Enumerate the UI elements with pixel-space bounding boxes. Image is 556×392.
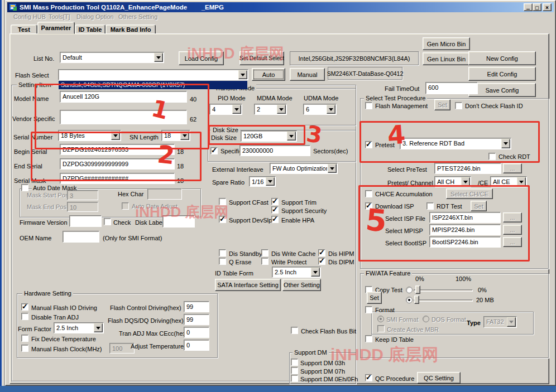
chevron-down-icon[interactable] <box>154 53 163 62</box>
copy-test-set-button[interactable]: Set <box>367 292 382 304</box>
chevron-down-icon[interactable] <box>232 105 241 114</box>
dis-hipm-checkbox[interactable] <box>318 249 325 257</box>
manual-button[interactable]: Manual <box>290 68 325 81</box>
mdma-mode-combobox[interactable]: 2 <box>254 104 287 115</box>
enable-hpa-checkbox[interactable] <box>271 216 279 223</box>
chevron-down-icon[interactable] <box>327 105 335 114</box>
chevron-down-icon[interactable] <box>266 177 275 186</box>
create-active-mbr-label: Create Active MBR <box>387 326 439 333</box>
fail-timeout-field[interactable]: 600 <box>425 82 478 94</box>
save-config-button[interactable]: Save Config <box>468 83 536 97</box>
support-trim-checkbox[interactable] <box>271 198 279 205</box>
support-dm-title: Support DM <box>293 349 329 356</box>
sata-interface-setting-button[interactable]: SATA Interface Setting <box>215 279 281 291</box>
menu-config-hub[interactable]: Config HUB <box>13 13 46 21</box>
flash-dqs-driving-field[interactable]: 99 <box>184 314 209 325</box>
edit-config-button[interactable]: Edit Config <box>468 67 536 81</box>
minimize-button[interactable]: _ <box>524 3 533 11</box>
menu-dialog-option[interactable]: Dialog Option <box>76 13 114 21</box>
adjust-temperature-field[interactable]: 0 <box>184 340 209 351</box>
format-type-label: Type <box>467 320 481 327</box>
menu-tools[interactable]: Tools[T] <box>49 13 70 21</box>
tab-mark-bad-info[interactable]: Mark Bad Info <box>106 25 156 34</box>
fix-device-temperature-checkbox[interactable] <box>21 335 28 342</box>
format-checkbox[interactable] <box>365 306 372 313</box>
new-config-button[interactable]: New Config <box>468 51 536 65</box>
dis-write-cache-label: Dis Write Cache <box>271 250 315 258</box>
chevron-down-icon[interactable] <box>277 105 286 114</box>
tab-id-table[interactable]: ID Table <box>75 25 106 34</box>
qc-setting-button[interactable]: QC Setting <box>417 372 461 384</box>
disable-tran-adj-checkbox[interactable] <box>21 313 28 320</box>
qc-procedure-checkbox[interactable] <box>365 374 372 381</box>
support-dm-07h-label: Support DM 07h <box>300 368 345 375</box>
auto-date-mask-checkbox[interactable] <box>21 184 28 191</box>
flash-management-checkbox[interactable] <box>365 102 372 109</box>
gen-micro-bin-button[interactable]: Gen Micro Bin <box>423 37 470 50</box>
support-dm-0eh-checkbox[interactable] <box>291 375 298 382</box>
support-trim-label: Support Trim <box>281 199 317 206</box>
other-setting-button[interactable]: Other Setting <box>282 279 321 291</box>
firmware-version-field[interactable] <box>69 215 102 227</box>
oem-name-field[interactable] <box>63 231 99 243</box>
chevron-down-icon[interactable] <box>238 70 247 79</box>
gen-linux-bin-button[interactable]: Gen Linux Bin <box>423 52 470 65</box>
manual-flash-clock-checkbox[interactable] <box>21 345 28 352</box>
watermark-top: iNHDD 底层网 <box>187 43 284 64</box>
dis-write-cache-checkbox[interactable] <box>261 249 269 257</box>
flash-info-label: Intel,256Gbit,JS29F32B08NCMF3(L84A) <box>290 51 419 65</box>
copy-test-mb-radio[interactable] <box>406 297 413 303</box>
chevron-down-icon[interactable] <box>311 268 320 277</box>
chevron-down-icon[interactable] <box>94 323 103 332</box>
firmware-check-checkbox[interactable] <box>104 218 111 225</box>
copy-test-percent-radio[interactable] <box>406 287 413 293</box>
copy-test-percent-slider-thumb[interactable] <box>415 285 420 294</box>
dont-check-flash-id-checkbox[interactable] <box>455 102 462 109</box>
keep-id-table-checkbox[interactable] <box>365 335 372 342</box>
id-table-form-combobox[interactable]: 2.5 Inch <box>272 267 321 278</box>
spare-ratio-combobox[interactable]: 1/16 <box>249 176 276 187</box>
form-factor-combobox[interactable]: 2.5 Inch <box>54 322 104 333</box>
support-security-checkbox[interactable] <box>271 206 279 214</box>
flash-management-set-button: Set <box>434 99 450 110</box>
menu-others-setting[interactable]: Others Setting <box>118 13 157 21</box>
close-icon: × <box>545 4 549 11</box>
external-interleave-combobox[interactable]: FW Auto Optimization <box>270 163 338 174</box>
support-dm-07h-checkbox[interactable] <box>291 367 298 374</box>
dis-standby-checkbox[interactable] <box>219 249 226 257</box>
pio-mode-combobox[interactable]: 4 <box>209 104 242 115</box>
copy-test-mb-slider-thumb[interactable] <box>414 296 419 304</box>
specific-disk-size-checkbox[interactable] <box>210 147 218 154</box>
dis-dipm-checkbox[interactable] <box>318 258 325 265</box>
annotation-digit-3: 3 <box>305 122 323 146</box>
qc-procedure-label: QC Procedure <box>375 375 414 383</box>
copy-test-mb-slider[interactable] <box>414 299 473 302</box>
udma-mode-combobox[interactable]: 6 <box>303 104 337 115</box>
auto-button[interactable]: Auto <box>252 68 285 81</box>
support-dm-03h-checkbox[interactable] <box>291 359 298 366</box>
annotation-digit-5: 5 <box>365 205 388 236</box>
fix-device-temperature-label: Fix Device Temperature <box>31 336 96 343</box>
chevron-down-icon[interactable] <box>328 164 337 173</box>
check-flash-bus-bit-checkbox[interactable] <box>291 327 298 334</box>
hex-char-field[interactable] <box>147 188 182 200</box>
write-protect-checkbox[interactable] <box>261 258 269 265</box>
maximize-button[interactable]: □ <box>533 3 541 11</box>
flash-dqs-driving-label: Flash DQS/DQ Driving(hex) <box>108 317 184 325</box>
app-icon <box>9 3 17 11</box>
title-bar[interactable]: SMI Mass Production Tool Q1102A_EnhanceP… <box>7 2 554 12</box>
q-erase-checkbox[interactable] <box>219 258 226 265</box>
tab-test[interactable]: Test <box>11 25 37 34</box>
select-pretest-field[interactable]: PTEST2246.bin <box>434 163 501 174</box>
manual-flash-io-checkbox[interactable] <box>21 303 28 311</box>
dos-format-radio <box>423 316 429 322</box>
specific-disk-size-field[interactable]: 230000000 <box>239 145 310 156</box>
tab-parameter[interactable]: Parameter <box>37 22 75 34</box>
tran-adj-max-field[interactable]: 0 <box>184 327 209 338</box>
list-no-combobox[interactable]: Default <box>60 52 164 63</box>
flash-select-combobox[interactable] <box>58 69 248 80</box>
close-button[interactable]: × <box>543 3 552 11</box>
flash-control-driving-field[interactable]: 99 <box>184 301 209 312</box>
oem-name-note: (Only for SMI Format) <box>103 235 162 242</box>
copy-test-percent-slider[interactable] <box>414 289 473 292</box>
